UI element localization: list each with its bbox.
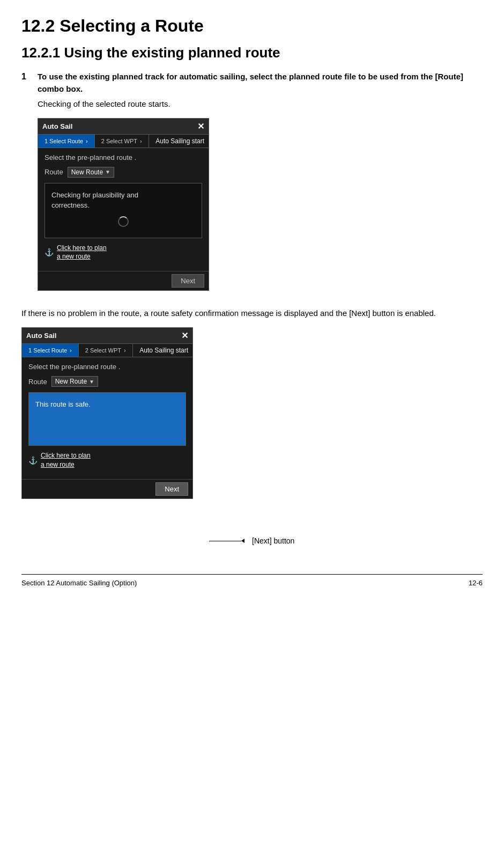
spinner xyxy=(51,216,195,231)
tab-2-label: Select WPT xyxy=(106,138,137,144)
footer-right: 12-6 xyxy=(469,579,483,587)
step-content: To use the existing planned track for au… xyxy=(38,71,483,298)
d2-route-select-row: Select the pre-planned route . xyxy=(28,363,186,371)
plan-text[interactable]: Click here to plan a new route xyxy=(57,244,107,262)
route-select-row: Select the pre-planned route . xyxy=(45,153,202,161)
route-dropdown-arrow: ▼ xyxy=(105,169,110,175)
dialog-2-next-button[interactable]: Next xyxy=(155,482,188,496)
section-title: 12.2 Selecting a Route xyxy=(21,16,483,36)
d2-tab-1-label: Select Route xyxy=(33,347,67,354)
plan-link-2: ⚓ Click here to plan a new route xyxy=(28,451,186,469)
tab-2-arrow: › xyxy=(140,138,142,144)
plan-icon: ⚓ xyxy=(45,248,54,256)
plan-link-text2[interactable]: a new route xyxy=(57,253,91,260)
d2-plan-text[interactable]: Click here to plan a new route xyxy=(41,451,91,469)
step-sub-text: Checking of the selected route starts. xyxy=(38,98,483,111)
step-number: 1 xyxy=(21,71,38,298)
footer-bar: Section 12 Automatic Sailing (Option) 12… xyxy=(21,574,483,587)
inter-text: If there is no problem in the route, a r… xyxy=(21,307,483,320)
step-1-block: 1 To use the existing planned track for … xyxy=(21,71,483,298)
dialog-1: Auto Sail ✕ 1 Select Route › 2 Select WP… xyxy=(38,118,209,291)
route-prefix: Route xyxy=(45,168,63,176)
check-text-line1: Checking for plausibility and xyxy=(51,191,138,199)
dialog-1-right-label: Auto Sailing start xyxy=(149,135,209,148)
spinner-icon xyxy=(118,216,129,227)
dialog-1-tabs: 1 Select Route › 2 Select WPT › Auto Sai… xyxy=(38,135,209,148)
d2-route-dropdown-value: New Route xyxy=(55,378,87,385)
d2-tab-1-arrow: › xyxy=(70,347,72,354)
dialog-1-title: Auto Sail xyxy=(42,122,72,130)
d2-plan-link-text1[interactable]: Click here to plan xyxy=(41,452,91,459)
dialog-1-tab-2[interactable]: 2 Select WPT › xyxy=(95,135,149,148)
dialog-1-body: Select the pre-planned route . Route New… xyxy=(38,148,209,271)
d2-route-row: Route New Route ▼ xyxy=(28,376,186,387)
check-text-line2: correctness. xyxy=(51,201,90,209)
subsection-title: 12.2.1 Using the existing planned route xyxy=(21,45,483,61)
d2-tab-2-arrow: › xyxy=(124,347,126,354)
dialog-2-tabs: 1 Select Route › 2 Select WPT › Auto Sai… xyxy=(22,344,192,357)
dialog-2-tab-2[interactable]: 2 Select WPT › xyxy=(79,344,133,357)
plan-link-1: ⚓ Click here to plan a new route xyxy=(45,244,202,262)
route-dropdown-value: New Route xyxy=(71,168,103,176)
safe-box: This route is safe. xyxy=(28,392,186,446)
plan-link-text1[interactable]: Click here to plan xyxy=(57,244,107,252)
annotation-line xyxy=(209,541,241,541)
dialog-1-footer: Next xyxy=(38,271,209,290)
dialog-1-close-button[interactable]: ✕ xyxy=(197,121,204,131)
dialog-2-close-button[interactable]: ✕ xyxy=(181,330,188,341)
tab-1-label: Select Route xyxy=(49,138,83,144)
safe-text: This route is safe. xyxy=(35,400,91,408)
d2-route-dropdown-arrow: ▼ xyxy=(89,379,94,385)
d2-plan-icon: ⚓ xyxy=(28,456,38,465)
step-bold-text: To use the existing planned track for au… xyxy=(38,71,483,95)
route-row: Route New Route ▼ xyxy=(45,167,202,178)
dialog-2-right-label: Auto Sailing start xyxy=(133,344,192,357)
d2-plan-link-text2[interactable]: a new route xyxy=(41,461,75,468)
dialog-1-header: Auto Sail ✕ xyxy=(38,119,209,135)
tab-1-num: 1 xyxy=(45,138,48,144)
dialog-2-body: Select the pre-planned route . Route New… xyxy=(22,357,192,479)
d2-tab-2-label: Select WPT xyxy=(90,347,121,354)
annotation-label: [Next] button xyxy=(252,537,294,545)
dialog-2-tab-1[interactable]: 1 Select Route › xyxy=(22,344,79,357)
check-box-1: Checking for plausibility and correctnes… xyxy=(45,183,202,238)
d2-tab-1-num: 1 xyxy=(28,347,32,354)
route-select-label: Select the pre-planned route . xyxy=(45,153,136,161)
annotation-arrowhead xyxy=(241,539,244,543)
tab-2-num: 2 xyxy=(101,138,105,144)
dialog-2-title: Auto Sail xyxy=(26,332,56,340)
d2-route-select-label: Select the pre-planned route . xyxy=(28,363,120,371)
dialog-2-header: Auto Sail ✕ xyxy=(22,328,192,344)
dialog-1-tab-1[interactable]: 1 Select Route › xyxy=(38,135,95,148)
dialog-2: Auto Sail ✕ 1 Select Route › 2 Select WP… xyxy=(21,327,193,499)
route-dropdown[interactable]: New Route ▼ xyxy=(68,167,114,178)
tab-1-arrow: › xyxy=(86,138,88,144)
dialog-2-footer: Next xyxy=(22,479,192,498)
annotation-row: [Next] button xyxy=(209,537,294,545)
d2-tab-2-num: 2 xyxy=(85,347,88,354)
footer-left: Section 12 Automatic Sailing (Option) xyxy=(21,579,137,587)
dialog-1-next-button[interactable]: Next xyxy=(172,274,204,288)
d2-route-prefix: Route xyxy=(28,378,47,386)
d2-route-dropdown[interactable]: New Route ▼ xyxy=(51,376,98,387)
